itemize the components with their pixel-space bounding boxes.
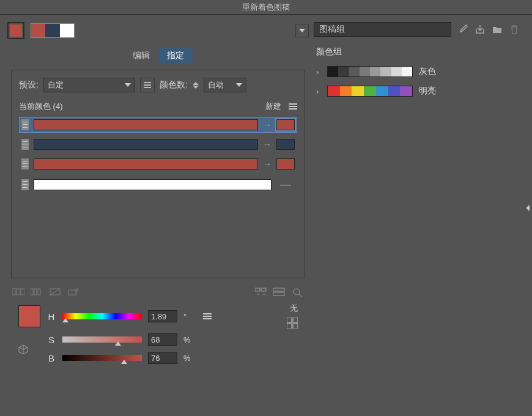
b-label: B	[46, 353, 56, 363]
target-color-swatch[interactable]	[276, 158, 295, 169]
svg-rect-22	[293, 318, 298, 322]
chevron-right-icon: ›	[316, 87, 321, 96]
out-of-gamut-icon[interactable]	[18, 344, 28, 356]
preset-label: 预设:	[19, 80, 39, 91]
svg-rect-23	[287, 324, 292, 329]
svg-rect-26	[203, 316, 212, 317]
color-group-name: 明亮	[419, 86, 436, 97]
new-row-icon[interactable]	[67, 287, 79, 297]
harmony-dropdown[interactable]	[295, 24, 309, 37]
svg-rect-9	[31, 289, 33, 295]
separate-icon[interactable]	[31, 287, 43, 297]
color-group-row[interactable]: ›明亮	[314, 83, 520, 99]
b-input[interactable]	[148, 352, 177, 364]
sort-hue-icon[interactable]	[255, 287, 267, 297]
eyedropper-icon[interactable]	[457, 24, 468, 35]
color-group-swatches	[327, 66, 413, 77]
assign-panel: 预设: 自定 颜色数: 自动 当前颜色 (4	[11, 70, 305, 278]
svg-line-20	[299, 294, 302, 297]
color-count-select[interactable]: 自动	[204, 78, 246, 92]
color-preview-swatch	[18, 305, 40, 327]
color-group-row[interactable]: ›灰色	[314, 64, 520, 80]
h-input[interactable]	[148, 310, 177, 322]
chevron-right-icon: ›	[316, 67, 321, 76]
svg-rect-24	[293, 324, 298, 329]
grid-icon[interactable]	[287, 318, 298, 330]
folder-icon[interactable]	[492, 24, 503, 35]
save-group-icon[interactable]	[475, 24, 486, 35]
no-target-icon: —	[276, 178, 295, 191]
right-panel: 颜色组 ›灰色›明亮	[309, 15, 532, 416]
stepper-down-icon[interactable]	[193, 86, 199, 89]
color-row[interactable]: —	[19, 176, 297, 193]
svg-line-13	[50, 289, 60, 295]
window-title: 重新着色图稿	[242, 2, 290, 13]
svg-point-19	[294, 289, 300, 295]
color-group-name-input[interactable]	[314, 22, 451, 37]
color-row[interactable]: →	[19, 136, 297, 152]
hsb-menu-icon[interactable]	[203, 312, 212, 321]
svg-rect-14	[68, 290, 76, 295]
arrow-right-icon: →	[263, 120, 272, 130]
drag-handle-icon[interactable]	[21, 179, 29, 190]
panel-menu-icon[interactable]	[289, 102, 297, 111]
svg-rect-16	[261, 288, 266, 291]
source-color-bar[interactable]	[34, 119, 258, 130]
active-color-swatch[interactable]	[7, 22, 24, 39]
window-titlebar: 重新着色图稿	[0, 0, 532, 15]
source-color-bar[interactable]	[34, 158, 258, 169]
svg-rect-21	[287, 318, 292, 322]
color-count-label: 颜色数:	[160, 80, 188, 91]
arrow-right-icon: →	[263, 159, 272, 169]
color-rows-list: →→→—	[19, 117, 297, 193]
brightness-slider[interactable]	[62, 355, 142, 361]
left-panel: 编辑 指定 预设: 自定 颜色数: 自动	[0, 15, 309, 416]
sort-lightness-icon[interactable]	[273, 287, 286, 297]
target-color-swatch[interactable]	[276, 119, 295, 130]
s-label: S	[46, 335, 56, 345]
merge-icon[interactable]	[12, 287, 24, 297]
source-color-bar[interactable]	[34, 179, 272, 190]
trash-icon	[509, 24, 520, 35]
arrow-right-icon: →	[263, 139, 272, 149]
hue-slider[interactable]	[62, 313, 142, 319]
h-label: H	[46, 311, 56, 322]
svg-rect-25	[203, 313, 212, 314]
svg-rect-11	[38, 289, 40, 295]
new-color-button[interactable]: 新建	[265, 101, 281, 112]
svg-rect-1	[144, 84, 151, 86]
none-label: 无	[290, 303, 298, 314]
current-colors-label: 当前颜色 (4)	[19, 101, 63, 112]
find-in-art-icon[interactable]	[292, 287, 304, 297]
harmony-swatches[interactable]	[31, 23, 75, 38]
svg-rect-6	[12, 289, 16, 295]
stepper-up-icon[interactable]	[193, 82, 199, 85]
tab-edit[interactable]: 编辑	[124, 48, 158, 64]
drag-handle-icon[interactable]	[21, 158, 29, 169]
svg-rect-10	[34, 289, 37, 295]
svg-rect-7	[17, 289, 20, 295]
svg-rect-8	[21, 289, 24, 295]
color-row[interactable]: →	[19, 117, 297, 133]
svg-rect-0	[144, 82, 151, 83]
source-color-bar[interactable]	[34, 139, 258, 150]
preset-options-icon[interactable]	[140, 78, 155, 92]
svg-rect-27	[203, 318, 212, 319]
svg-rect-5	[289, 108, 297, 110]
tab-assign[interactable]: 指定	[158, 48, 193, 64]
color-groups-list: ›灰色›明亮	[314, 64, 520, 99]
exclude-icon[interactable]	[49, 287, 61, 297]
target-color-swatch[interactable]	[276, 139, 295, 150]
drag-handle-icon[interactable]	[21, 139, 29, 150]
collapse-panel-button[interactable]	[523, 196, 532, 220]
svg-rect-15	[255, 288, 260, 291]
color-group-swatches	[327, 86, 413, 97]
svg-rect-2	[144, 87, 151, 88]
color-groups-title: 颜色组	[314, 46, 520, 58]
drag-handle-icon[interactable]	[21, 119, 29, 130]
svg-rect-4	[289, 106, 297, 107]
color-row[interactable]: →	[19, 156, 297, 172]
s-input[interactable]	[148, 333, 177, 346]
saturation-slider[interactable]	[62, 336, 142, 343]
preset-select[interactable]: 自定	[43, 78, 135, 92]
